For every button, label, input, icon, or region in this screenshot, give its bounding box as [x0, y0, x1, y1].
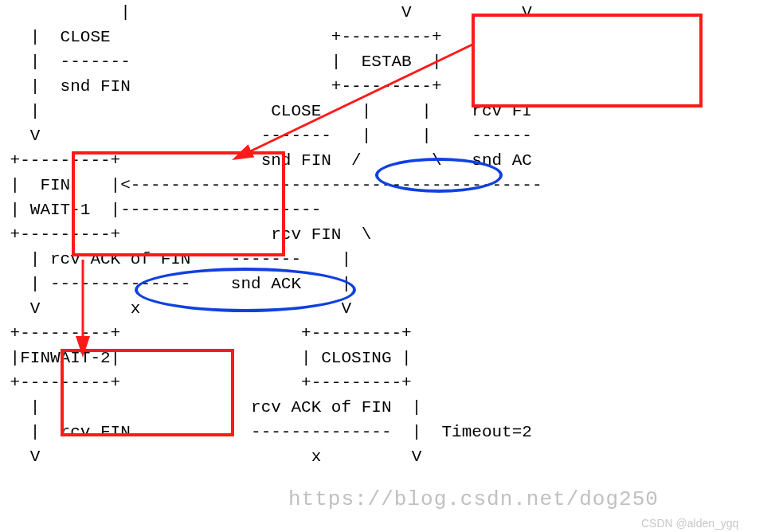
- watermark-credit: CSDN @alden_ygq: [641, 518, 738, 529]
- estab-state-box: [472, 14, 703, 108]
- watermark-url: https://blog.csdn.net/dog250: [288, 489, 659, 510]
- finwait1-state-box: [72, 151, 285, 256]
- snd-fin-highlight: [375, 158, 503, 193]
- rcv-ack-of-fin-highlight: [135, 268, 356, 312]
- finwait2-state-box: [61, 349, 234, 436]
